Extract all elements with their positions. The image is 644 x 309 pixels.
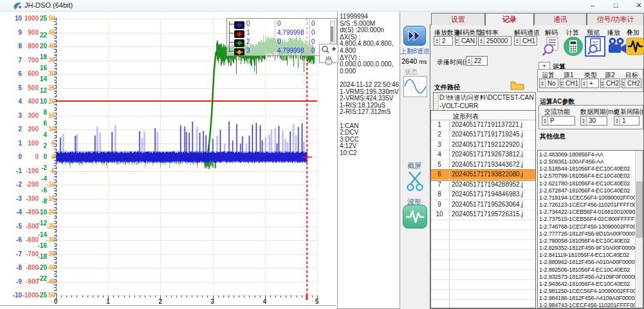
list-item[interactable]: 1-2.719194-1CEC56F4-10090002FF001100 — [539, 194, 643, 201]
ac-period-spinner[interactable]: 30 — [580, 116, 607, 126]
table-row[interactable]: 102024051717195726315.j — [431, 210, 535, 220]
ac-function-spinner[interactable]: P — [542, 116, 575, 126]
pan-hand-icon[interactable] — [320, 56, 338, 65]
list-item[interactable]: 1-2.981250-1CEC56F4-10090002FF001100 — [539, 288, 643, 295]
list-item[interactable]: 1-2.943642-181056F4-EC10C40E02 — [539, 281, 643, 288]
record-time-spinner[interactable]: 22 — [466, 56, 488, 66]
legend-value-2: 0 — [311, 29, 315, 36]
titlebar[interactable]: JH-DSO (64bit) – □ ✕ — [0, 0, 644, 12]
list-item[interactable]: 1-2.932573-1812F456-A2109F0F0000FD — [539, 274, 643, 281]
list-item[interactable]: 1-2.570799-181056F4-EC10C40E02 — [539, 173, 643, 180]
op-src2-spinner[interactable]: CH2 — [600, 79, 620, 88]
list-item[interactable]: 1-2.746768-1CECF456-13090002FF001100 — [539, 223, 643, 230]
list-item[interactable]: 1-2.672847-181056F4-EC10C40E02 — [539, 187, 643, 194]
decode-button[interactable] — [541, 36, 562, 57]
op-target-spinner[interactable]: CH2 — [621, 79, 641, 88]
list-item[interactable]: 1-2.777726-1812F456-9D10A00F0000FD — [539, 230, 643, 238]
table-row[interactable]: 72024051717194288952.j — [431, 180, 535, 191]
close-button[interactable]: ✕ — [629, 0, 644, 11]
control-strip: 上翻8通道 2640 ms 状态 截屏 波形 — [400, 11, 430, 309]
sine-status-icon — [404, 77, 427, 97]
list-item[interactable]: 1-2.726123-1CECF456-110201FFFF001100 — [539, 201, 643, 209]
table-column-divider — [449, 230, 450, 239]
row-filename: 2024051717191719245.j — [452, 131, 523, 138]
info-line: 4.800 — [340, 48, 400, 55]
baud-rate-spinner[interactable]: 250000 — [478, 36, 511, 46]
list-item[interactable]: 1-2.737515-1CEB56F4-02C800FFFFFFFFFF — [539, 216, 643, 223]
table-row[interactable] — [431, 270, 535, 280]
tab-comm[interactable]: 通讯 — [534, 13, 587, 25]
calculator-icon — [563, 36, 584, 57]
legend-row[interactable]: 14.7999980 — [227, 29, 336, 37]
play-video-button[interactable] — [607, 36, 627, 57]
screenshot-label: 截屏 — [407, 161, 421, 171]
op-src1-spinner[interactable]: CH1 — [560, 79, 580, 88]
minimize-button[interactable]: – — [582, 0, 603, 11]
row-index: 8 — [431, 191, 448, 198]
other-info-scrollbar[interactable] — [635, 151, 643, 308]
decode-type-spinner[interactable]: CAN — [455, 36, 477, 46]
waveform-list-table[interactable]: 波形列表 12024051717191137221.j2202405171719… — [430, 110, 536, 308]
tab-record[interactable]: 记录 — [485, 13, 534, 26]
preview-button[interactable] — [585, 36, 605, 57]
list-item[interactable]: 1-2.509361-100AF456-AA — [539, 158, 643, 165]
list-item[interactable]: 1-2.892506-181056F4-EC10C40E02 — [539, 267, 643, 274]
list-item[interactable]: 1-2.734422-1CEB56F4-016810010090A15A — [539, 209, 643, 216]
overlay-button[interactable] — [626, 36, 644, 57]
table-row[interactable]: 12024051717191137221.j — [431, 120, 535, 131]
table-row[interactable]: 22024051717191719245.j — [431, 130, 535, 140]
legend-row[interactable]: 000 — [227, 20, 336, 28]
zoom-in-icon[interactable] — [320, 44, 338, 53]
table-row[interactable] — [431, 239, 535, 250]
list-item[interactable]: 1-2.621780-181056F4-EC10C40E02 — [539, 180, 643, 187]
scrollbar-thumb[interactable] — [636, 182, 643, 238]
table-row[interactable] — [431, 230, 535, 240]
status-label: 状态 — [405, 68, 418, 77]
legend-connector — [229, 24, 234, 24]
axis-tick-label: 0 — [54, 298, 58, 305]
calculate-button[interactable] — [563, 36, 584, 57]
maximize-button[interactable]: □ — [605, 0, 626, 11]
axis-tick-label: 3 — [211, 298, 215, 305]
axis-tick-label: 12 — [0, 87, 47, 94]
screenshot-button[interactable] — [405, 170, 425, 194]
page-up-channels-button[interactable] — [403, 26, 426, 46]
legend-marker-icon[interactable] — [234, 47, 244, 56]
list-item[interactable]: 1-2.790058-181056F4-EC10C40E02 — [539, 238, 643, 245]
table-row[interactable] — [431, 290, 535, 300]
axis-tick-label: 5 — [315, 298, 319, 305]
file-path-input[interactable]: D:\快速访问资料\DCCTEST-CAN-VOLT-CURR — [433, 92, 536, 111]
table-row[interactable] — [431, 279, 535, 290]
list-item[interactable]: 1-2.518544-181056F4-EC10C40E02 — [539, 165, 643, 173]
table-row[interactable] — [431, 299, 535, 308]
table-row[interactable]: 62024051717193822080.j — [431, 170, 535, 180]
op-type-spinner[interactable]: + — [581, 79, 599, 88]
table-row[interactable]: 92024051717195263064.j — [431, 200, 535, 211]
other-info-list[interactable]: 1-2.483069-180956F4-AA1-2.509361-100AF45… — [537, 150, 643, 308]
browse-folder-button[interactable] — [510, 80, 524, 93]
elapsed-time: 2640 ms — [401, 57, 427, 65]
table-row[interactable]: 32024051717192122920.j — [431, 140, 535, 151]
table-row[interactable]: 82024051717194846983.j — [431, 190, 535, 200]
list-item[interactable]: 1-2.483069-180956F4-AA — [539, 151, 643, 158]
table-row[interactable] — [431, 220, 535, 230]
list-item[interactable]: 1-2.841119-181056F4-EC10C40E02 — [539, 252, 643, 259]
waveform-button[interactable] — [403, 205, 427, 229]
tab-signal-power[interactable]: 信号/功率计 — [587, 13, 644, 25]
other-info-title: 其他信息 — [540, 132, 566, 141]
list-item[interactable]: 1-2.880962-1812F456-A010A00F0000FD — [539, 259, 643, 266]
table-row[interactable] — [431, 250, 535, 260]
play-count-spinner[interactable]: 2 — [434, 36, 453, 46]
list-item[interactable]: 1-2.829352-1812F456-9F10A00F0000FD — [539, 245, 643, 252]
row-index: 2 — [431, 131, 448, 138]
tab-settings[interactable]: 设置 — [431, 13, 485, 25]
table-row[interactable] — [431, 259, 535, 270]
decode-channel-spinner[interactable]: CH1 — [514, 36, 537, 46]
scrollbar-thumb[interactable] — [331, 26, 333, 42]
ac-interval-spinner[interactable]: 1 — [614, 116, 639, 126]
list-item[interactable]: 1-2.984743-1CECF456-110201FFFF001100 — [539, 302, 643, 308]
list-item[interactable]: 1-2.984186-1812F456-A4109A0F0000FD — [539, 295, 643, 302]
table-row[interactable]: 52024051717193443672.j — [431, 160, 535, 171]
op-mode-spinner[interactable]: No — [539, 79, 558, 88]
table-row[interactable]: 42024051717192673812.j — [431, 150, 535, 160]
